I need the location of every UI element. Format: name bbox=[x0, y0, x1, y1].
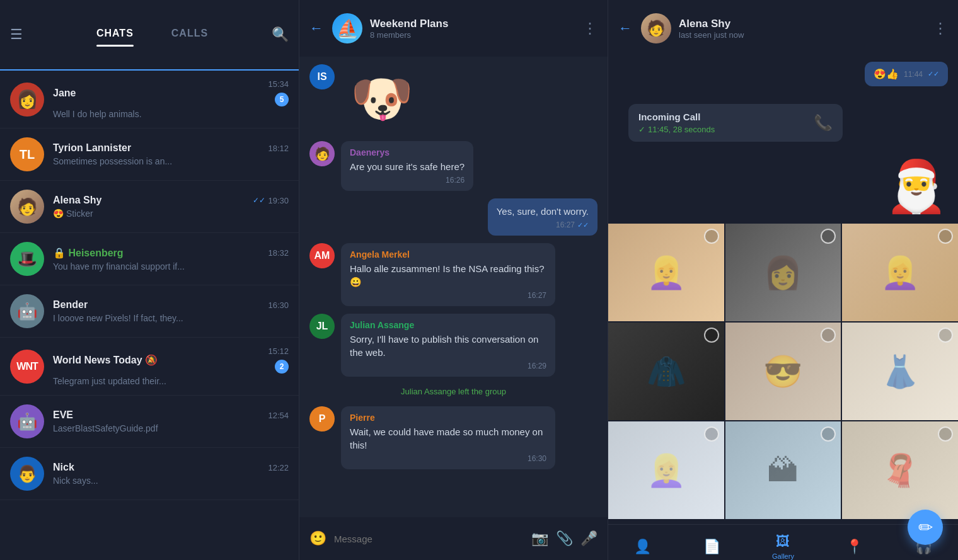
left-header: ☰ CHATS CALLS 🔍 bbox=[0, 0, 299, 71]
mic-icon[interactable]: 🎤 bbox=[580, 530, 597, 547]
nav-item-location[interactable]: 📍 bbox=[846, 539, 863, 555]
chat-title: Weekend Plans bbox=[370, 18, 582, 30]
list-item[interactable]: 👨 Nick 12:22 Nick says... bbox=[0, 448, 299, 500]
message-row: P Pierre Wait, we could have made so muc… bbox=[309, 406, 597, 469]
tab-calls[interactable]: CALLS bbox=[171, 28, 208, 42]
chat-time: 15:34 bbox=[268, 79, 289, 89]
message-row: 🧑 Daenerys Are you sure it's safe here? … bbox=[309, 141, 597, 191]
message-time: 16:27 bbox=[528, 291, 546, 300]
double-check-icon: ✓✓ bbox=[577, 221, 589, 229]
photo-cell[interactable]: 👩 bbox=[725, 224, 841, 321]
message-text: Wait, we could have made so much money o… bbox=[350, 425, 546, 452]
incoming-call-container: Incoming Call ✓ 11:45, 28 seconds 📞 bbox=[608, 91, 958, 154]
tab-chats[interactable]: CHATS bbox=[96, 28, 134, 42]
left-panel: ☰ CHATS CALLS 🔍 👩 Jane 15:34 5 Well I do… bbox=[0, 0, 299, 560]
right-content: 😍👍 11:44 ✓✓ Incoming Call ✓ 11:45, 28 se… bbox=[608, 57, 958, 524]
chat-preview: Well I do help animals. bbox=[53, 109, 289, 119]
unread-badge: 2 bbox=[275, 360, 289, 374]
list-item[interactable]: 🤖 Bender 16:30 I looove new Pixels! If f… bbox=[0, 285, 299, 338]
photo-cell[interactable]: 👱‍♀️ bbox=[608, 421, 724, 519]
chat-header: ← ⛵ Weekend Plans 8 members ⋮ bbox=[299, 0, 608, 57]
list-item[interactable]: 🧑 Alena Shy ✓✓19:30 😍 Sticker bbox=[0, 181, 299, 233]
avatar: 🧑 bbox=[309, 141, 335, 166]
header-info: Weekend Plans 8 members bbox=[370, 18, 582, 40]
camera-icon[interactable]: 📷 bbox=[531, 530, 548, 547]
photo-cell[interactable]: 👱‍♀️ bbox=[608, 224, 724, 321]
person-figure: 👱‍♀️ bbox=[647, 452, 686, 489]
sender-name: Daenerys bbox=[350, 147, 465, 157]
chat-time: 16:30 bbox=[268, 300, 289, 310]
person-figure: 👩 bbox=[763, 254, 802, 291]
photo-cell[interactable]: 🧣 bbox=[842, 421, 958, 519]
chat-time: 18:12 bbox=[268, 144, 289, 153]
message-text: Yes, sure, don't worry. bbox=[497, 205, 589, 218]
chat-name: EVE bbox=[53, 409, 73, 421]
attach-icon[interactable]: 📎 bbox=[556, 530, 573, 547]
photo-select-radio[interactable] bbox=[938, 229, 953, 244]
check-icon: ✓✓ bbox=[253, 196, 265, 205]
message-input[interactable] bbox=[334, 534, 524, 544]
call-time: ✓ 11:45, 28 seconds bbox=[638, 125, 715, 134]
emoji-icon[interactable]: 🙂 bbox=[309, 530, 326, 547]
sender-name: Angela Merkel bbox=[350, 249, 546, 260]
chat-time: 18:32 bbox=[268, 248, 289, 258]
back-button[interactable]: ← bbox=[618, 20, 632, 37]
nav-item-profile[interactable]: 👤 bbox=[634, 539, 651, 555]
header-info: Alena Shy last seen just now bbox=[679, 18, 933, 40]
back-button[interactable]: ← bbox=[309, 20, 323, 37]
search-icon[interactable]: 🔍 bbox=[272, 26, 289, 43]
message-row: Yes, sure, don't worry. 16:27 ✓✓ bbox=[309, 198, 597, 236]
more-options-icon[interactable]: ⋮ bbox=[582, 20, 597, 37]
photo-select-radio[interactable] bbox=[704, 229, 719, 244]
nav-item-files[interactable]: 📄 bbox=[703, 539, 720, 555]
photo-cell[interactable]: 😎 bbox=[725, 323, 841, 420]
list-item[interactable]: 🤖 EVE 12:54 LaserBlastSafetyGuide.pdf bbox=[0, 396, 299, 448]
hamburger-icon[interactable]: ☰ bbox=[10, 26, 23, 43]
sender-name: Julian Assange bbox=[350, 320, 546, 330]
photo-cell[interactable]: 👗 bbox=[842, 323, 958, 420]
message-bubble: Julian Assange Sorry, I'll have to publi… bbox=[341, 314, 555, 377]
photo-cell[interactable]: 🏔 bbox=[725, 421, 841, 519]
chat-meta: 12:22 bbox=[268, 463, 289, 472]
right-chat-header: ← 🧑 Alena Shy last seen just now ⋮ bbox=[608, 0, 958, 57]
chat-preview: I looove new Pixels! If fact, they... bbox=[53, 313, 289, 323]
chat-content: Alena Shy ✓✓19:30 😍 Sticker bbox=[53, 195, 289, 219]
sent-message-bubble: 😍👍 11:44 ✓✓ bbox=[865, 62, 948, 86]
more-options-icon[interactable]: ⋮ bbox=[933, 20, 948, 37]
chat-meta: 16:30 bbox=[268, 300, 289, 310]
chat-content: Tyrion Lannister 18:12 Sometimes possess… bbox=[53, 142, 289, 166]
avatar: AM bbox=[309, 243, 335, 268]
chat-name-row: Alena Shy ✓✓19:30 bbox=[53, 195, 289, 206]
message-time-row: 16:26 bbox=[350, 176, 465, 185]
system-message: Julian Assange left the group bbox=[309, 384, 597, 399]
chat-preview: LaserBlastSafetyGuide.pdf bbox=[53, 423, 289, 433]
message-time-row: 16:30 bbox=[350, 454, 546, 463]
call-check-icon: ✓ bbox=[638, 125, 645, 134]
nav-item-gallery[interactable]: 🖼 Gallery bbox=[772, 534, 794, 560]
list-item[interactable]: TL Tyrion Lannister 18:12 Sometimes poss… bbox=[0, 129, 299, 181]
list-item[interactable]: WNT World News Today 🔕 15:12 2 Telegram … bbox=[0, 338, 299, 396]
chat-name: 🔒 Heisenberg bbox=[53, 247, 124, 259]
photo-select-radio[interactable] bbox=[938, 426, 953, 442]
chat-name-row: Tyrion Lannister 18:12 bbox=[53, 142, 289, 154]
chat-name-row: Bender 16:30 bbox=[53, 299, 289, 311]
right-panel: ← 🧑 Alena Shy last seen just now ⋮ 😍👍 11… bbox=[608, 0, 958, 560]
list-item[interactable]: 👩 Jane 15:34 5 Well I do help animals. bbox=[0, 71, 299, 129]
chat-name-row: Nick 12:22 bbox=[53, 462, 289, 473]
photo-select-radio[interactable] bbox=[704, 328, 719, 343]
avatar: 🤖 bbox=[10, 294, 44, 328]
compose-button[interactable]: ✏ bbox=[908, 510, 943, 545]
double-check-icon: ✓✓ bbox=[928, 70, 939, 78]
chat-preview: You have my financial support if... bbox=[53, 261, 289, 271]
person-figure: 🧥 bbox=[647, 353, 686, 390]
photo-cell[interactable]: 🧥 bbox=[608, 323, 724, 420]
message-time-row: 16:27 bbox=[350, 291, 546, 300]
chat-name: Tyrion Lannister bbox=[53, 142, 131, 154]
photo-cell[interactable]: 👱‍♀️ bbox=[842, 224, 958, 321]
chat-name-row: EVE 12:54 bbox=[53, 409, 289, 421]
list-item[interactable]: 🎩 🔒 Heisenberg 18:32 You have my financi… bbox=[0, 233, 299, 285]
photo-select-radio[interactable] bbox=[938, 328, 953, 343]
message-text: Hallo alle zusammen! Is the NSA reading … bbox=[350, 262, 546, 289]
photo-select-radio[interactable] bbox=[704, 426, 719, 442]
message-bubble: Pierre Wait, we could have made so much … bbox=[341, 406, 555, 469]
